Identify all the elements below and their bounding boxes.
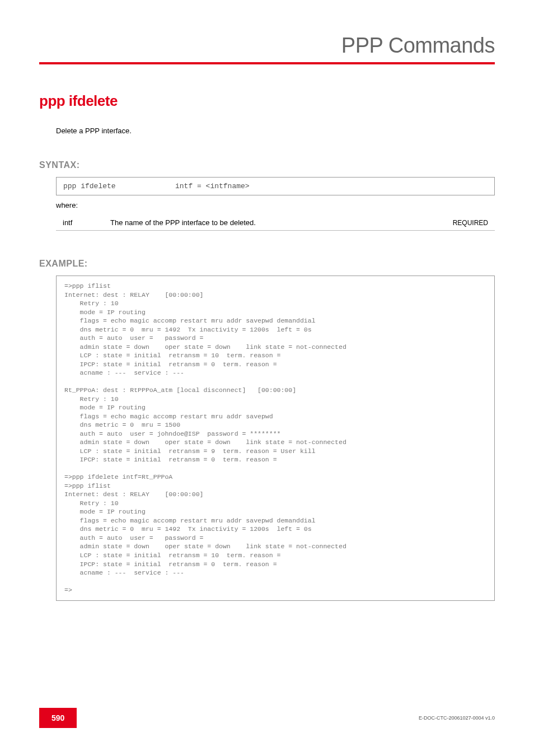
param-description: The name of the PPP interface to be dele… <box>110 218 453 227</box>
page-header-title: PPP Commands <box>39 34 495 58</box>
page-footer: 590 E-DOC-CTC-20061027-0004 v1.0 <box>39 708 495 728</box>
param-name: intf <box>63 218 110 227</box>
where-label: where: <box>56 201 495 209</box>
command-description: Delete a PPP interface. <box>56 127 495 135</box>
command-title: ppp ifdelete <box>39 92 495 110</box>
syntax-box: ppp ifdelete intf = <intfname> <box>56 177 495 195</box>
page-number: 590 <box>39 708 77 728</box>
syntax-command: ppp ifdelete <box>63 182 175 190</box>
example-heading: EXAMPLE: <box>39 259 495 269</box>
example-code-block: =>ppp iflist Internet: dest : RELAY [00:… <box>56 276 495 601</box>
param-row: intf The name of the PPP interface to be… <box>56 216 495 231</box>
document-id: E-DOC-CTC-20061027-0004 v1.0 <box>419 715 495 721</box>
syntax-heading: SYNTAX: <box>39 160 495 170</box>
syntax-args: intf = <intfname> <box>175 182 250 190</box>
param-required: REQUIRED <box>453 219 488 227</box>
syntax-row: ppp ifdelete intf = <intfname> <box>63 182 488 190</box>
header-divider <box>39 62 495 64</box>
